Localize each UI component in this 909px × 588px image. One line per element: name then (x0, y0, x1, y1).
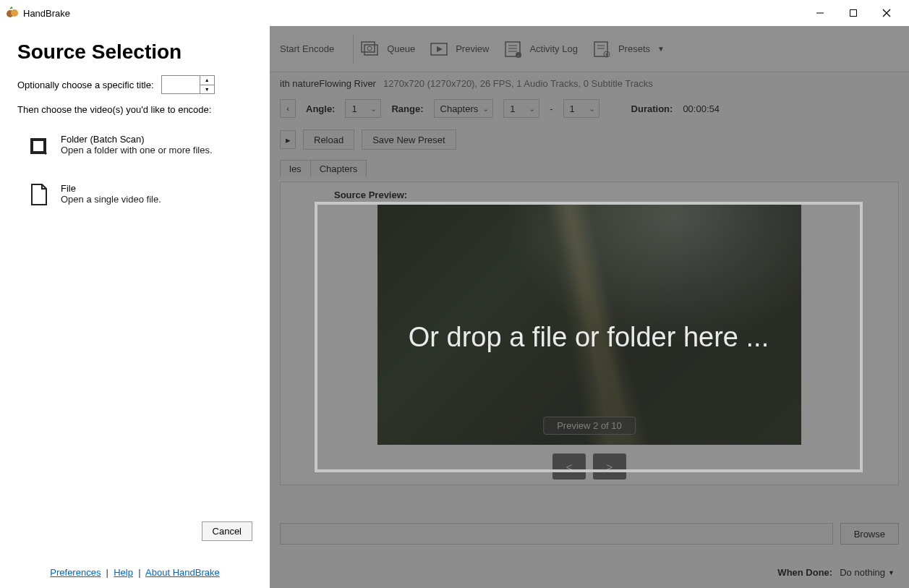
preview-next-button[interactable]: > (593, 453, 626, 480)
range-sep: - (550, 103, 552, 114)
preview-prev-button[interactable]: < (552, 453, 586, 480)
source-meta: 1270x720 (1270x720), 26 FPS, 1 Audio Tra… (383, 78, 653, 89)
tabs: les Chapters (270, 157, 909, 177)
minimize-button[interactable] (803, 2, 837, 24)
source-selection-panel: Source Selection Optionally choose a spe… (0, 26, 270, 588)
svg-text:i: i (518, 54, 519, 58)
title-nav-prev[interactable]: ‹ (280, 99, 296, 118)
duration-value: 00:00:54 (683, 103, 720, 114)
duration-label: Duration: (631, 103, 673, 114)
toolbar-startencode-label: Start Encode (280, 43, 334, 54)
folder-option-sub: Open a folder with one or more files. (61, 145, 213, 155)
window-controls (803, 2, 903, 24)
preview-image: Preview 2 of 10 (377, 205, 801, 445)
when-done-label: When Done: (777, 567, 832, 578)
range-from-dropdown[interactable]: 1 (503, 99, 539, 118)
angle-label: Angle: (306, 103, 335, 114)
cancel-button[interactable]: Cancel (202, 521, 252, 541)
file-option-sub: Open a single video file. (61, 194, 161, 205)
save-row: Browse (280, 523, 899, 545)
svg-rect-7 (33, 141, 43, 151)
queue-icon (359, 40, 381, 59)
close-button[interactable] (870, 2, 903, 24)
source-title: ith natureFlowing River (280, 78, 376, 89)
maximize-button[interactable] (837, 2, 870, 24)
presets-button[interactable]: Presets ▼ (591, 40, 665, 59)
range-to-dropdown[interactable]: 1 (563, 99, 599, 118)
encode-instruction: Then choose the video(s) you'd like to e… (17, 104, 252, 115)
tab-chapters[interactable]: Chapters (310, 160, 367, 177)
title-spinner[interactable]: ▲ ▼ (161, 75, 215, 94)
source-options-row: ‹ Angle: 1 Range: Chapters 1 - 1 Duratio… (270, 95, 909, 122)
chevron-down-icon: ▼ (888, 569, 895, 576)
chevron-down-icon: ▼ (657, 45, 665, 53)
activity-log-icon: i (502, 40, 524, 59)
start-encode-button[interactable]: Start Encode (280, 43, 334, 54)
preview-counter: Preview 2 of 10 (543, 417, 636, 435)
preferences-link[interactable]: Preferences (50, 567, 101, 578)
svg-point-22 (605, 53, 607, 55)
about-link[interactable]: About HandBrake (145, 567, 220, 578)
when-done-row: When Done: Do nothing ▼ (777, 567, 895, 578)
file-option-title: File (61, 183, 161, 194)
activity-log-button[interactable]: i Activity Log (502, 40, 577, 59)
preview-toolbar-button[interactable]: Preview (428, 40, 489, 59)
folder-icon (29, 134, 49, 157)
svg-point-10 (367, 46, 372, 51)
toolbar: Start Encode Queue Preview i Activity Lo… (270, 26, 909, 72)
toolbar-presets-label: Presets (618, 43, 650, 54)
range-type-dropdown[interactable]: Chapters (434, 99, 494, 118)
source-option-file[interactable]: File Open a single video file. (17, 180, 252, 209)
toolbar-queue-label: Queue (387, 43, 415, 54)
preview-nav: < > (298, 453, 881, 480)
presets-icon (591, 40, 613, 59)
preview-icon (428, 40, 450, 59)
reload-preset-button[interactable]: Reload (303, 129, 354, 150)
svg-point-1 (11, 9, 18, 17)
preview-label: Source Preview: (334, 189, 881, 200)
app-title: HandBrake (23, 8, 70, 19)
tab-subtitles[interactable]: les (280, 160, 311, 177)
main-pane: Start Encode Queue Preview i Activity Lo… (270, 26, 909, 588)
save-path-input[interactable] (280, 523, 833, 545)
help-link[interactable]: Help (114, 567, 133, 578)
folder-option-title: Folder (Batch Scan) (61, 134, 213, 145)
toolbar-preview-label: Preview (456, 43, 489, 54)
source-selection-heading: Source Selection (17, 41, 252, 64)
preset-nav-button[interactable]: ▸ (280, 130, 296, 149)
range-label: Range: (391, 103, 423, 114)
toolbar-activitylog-label: Activity Log (529, 43, 577, 54)
source-option-folder[interactable]: Folder (Batch Scan) Open a folder with o… (17, 131, 252, 160)
title-spinner-input[interactable] (161, 75, 200, 94)
spinner-down-icon[interactable]: ▼ (200, 85, 214, 94)
source-info-line: ith natureFlowing River 1270x720 (1270x7… (270, 72, 909, 95)
app-icon (6, 7, 19, 20)
titlebar: HandBrake (0, 0, 909, 26)
browse-button[interactable]: Browse (840, 523, 899, 545)
preset-row: ▸ Reload Save New Preset (270, 122, 909, 157)
file-icon (29, 183, 49, 206)
toolbar-divider (353, 35, 354, 64)
queue-button[interactable]: Queue (359, 40, 415, 59)
title-chooser-label: Optionally choose a specific title: (17, 80, 154, 90)
svg-rect-3 (850, 10, 857, 17)
angle-dropdown[interactable]: 1 (345, 99, 381, 118)
preview-panel: Source Preview: Preview 2 of 10 < > (280, 182, 899, 485)
save-new-preset-button[interactable]: Save New Preset (362, 129, 456, 150)
when-done-dropdown[interactable]: Do nothing ▼ (840, 567, 895, 578)
spinner-up-icon[interactable]: ▲ (200, 76, 214, 85)
footer-links: Preferences | Help | About HandBrake (17, 567, 252, 578)
svg-rect-18 (594, 42, 607, 56)
